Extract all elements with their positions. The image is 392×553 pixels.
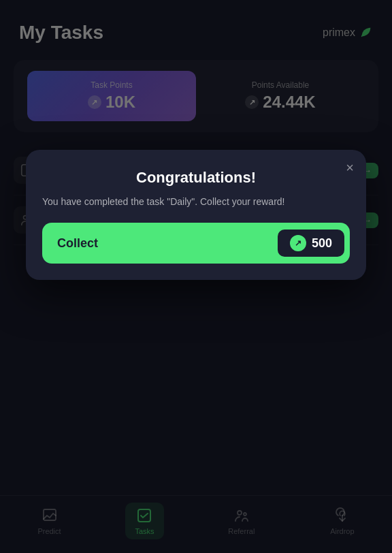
collect-button[interactable]: Collect ↗ 500 [42,223,350,264]
app-container: My Tasks primex Task Points ↗ 10K Points… [0,0,392,553]
collect-trend-icon: ↗ [290,235,306,251]
collect-amount: ↗ 500 [278,230,344,257]
modal-body: You have completed the task "Daily". Col… [42,195,350,209]
modal-title: Congratulations! [42,169,350,187]
modal-overlay[interactable]: × Congratulations! You have completed th… [0,0,392,553]
congratulations-modal: × Congratulations! You have completed th… [26,150,366,280]
collect-label: Collect [57,236,98,251]
close-button[interactable]: × [346,161,354,174]
